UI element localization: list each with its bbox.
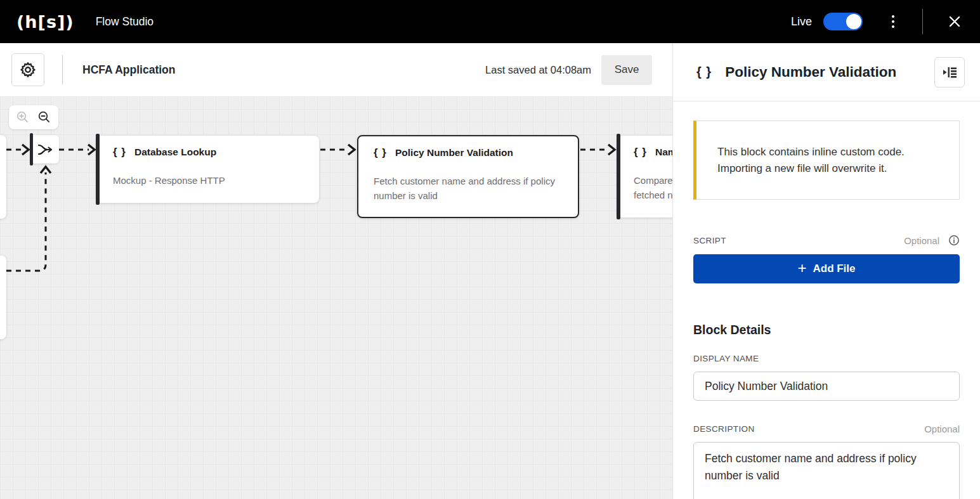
description-textarea[interactable]: Fetch customer name and address if polic…: [693, 442, 960, 499]
node-title: Database Lookup: [134, 146, 216, 158]
panel-title: Policy Number Validation: [725, 64, 896, 81]
node-title: Policy Number Validation: [395, 147, 513, 159]
collapse-panel-icon[interactable]: [934, 57, 965, 87]
top-header: (h[s]) Flow Studio Live: [0, 0, 980, 43]
overflow-menu-icon[interactable]: [880, 9, 906, 34]
code-brace-icon: { }: [696, 65, 712, 79]
plus-icon: +: [797, 261, 806, 276]
display-name-label: DISPLAY NAME: [693, 354, 759, 363]
panel-content: This block contains inline custom code. …: [673, 101, 980, 499]
script-optional-label: Optional: [904, 235, 939, 246]
flow-studio-app: (h[s]) Flow Studio Live HCFA Application…: [0, 0, 980, 499]
node-description: Mockup - Response HTTP: [113, 174, 306, 188]
zoom-in-icon[interactable]: [15, 109, 31, 126]
toolbar-right: Last saved at 04:08am Save: [485, 55, 672, 85]
code-brace-icon: { }: [634, 146, 647, 159]
zoom-out-icon[interactable]: [36, 109, 53, 126]
flow-name: HCFA Application: [82, 63, 175, 77]
script-label-row: SCRIPT Optional: [693, 235, 960, 246]
code-brace-icon: { }: [374, 146, 387, 159]
header-actions: Live: [791, 8, 969, 36]
node-accent-bar: [30, 133, 33, 165]
node-accent-bar: [617, 134, 620, 219]
live-label: Live: [791, 15, 812, 29]
inline-code-warning: This block contains inline custom code. …: [693, 120, 960, 200]
node-title: Name: [655, 146, 672, 158]
flow-canvas[interactable]: { } Database Lookup Mockup - Response HT…: [0, 96, 672, 499]
app-title: Flow Studio: [96, 15, 154, 29]
offscreen-node-bottom[interactable]: [0, 256, 6, 339]
toggle-knob: [846, 14, 861, 29]
merge-icon: [37, 141, 53, 158]
zoom-controls: [9, 105, 58, 129]
description-optional-label: Optional: [924, 424, 960, 434]
info-icon[interactable]: [948, 235, 960, 246]
script-label: SCRIPT: [693, 236, 726, 245]
close-icon[interactable]: [941, 8, 969, 36]
settings-gear-icon[interactable]: [11, 53, 44, 86]
display-name-label-row: DISPLAY NAME: [693, 354, 960, 363]
live-toggle[interactable]: [823, 13, 863, 30]
node-description: Compare e fetched na: [634, 174, 672, 202]
add-file-label: Add File: [813, 262, 855, 275]
display-name-input[interactable]: [693, 372, 960, 401]
offscreen-node-top[interactable]: [0, 135, 6, 219]
brand-logo: (h[s]): [16, 12, 74, 32]
description-label-row: DESCRIPTION Optional: [693, 424, 960, 434]
block-config-panel: { } Policy Number Validation This block …: [672, 43, 980, 499]
code-brace-icon: { }: [113, 146, 126, 159]
merge-node[interactable]: [30, 135, 59, 164]
block-details-heading: Block Details: [693, 323, 960, 337]
node-name-comparison[interactable]: { } Name Compare e fetched na: [617, 136, 672, 217]
add-file-button[interactable]: + Add File: [693, 254, 960, 283]
node-database-lookup[interactable]: { } Database Lookup Mockup - Response HT…: [96, 136, 319, 203]
header-divider: [922, 9, 923, 34]
node-policy-number-validation[interactable]: { } Policy Number Validation Fetch custo…: [357, 135, 579, 218]
last-saved-text: Last saved at 04:08am: [485, 64, 591, 76]
toolbar-divider: [62, 55, 63, 84]
node-description: Fetch customer name and address if polic…: [374, 174, 565, 203]
description-label: DESCRIPTION: [693, 424, 755, 434]
save-button[interactable]: Save: [601, 55, 652, 85]
node-accent-bar: [96, 134, 100, 205]
flow-toolbar: HCFA Application Last saved at 04:08am S…: [0, 43, 672, 96]
panel-header: { } Policy Number Validation: [673, 43, 980, 101]
